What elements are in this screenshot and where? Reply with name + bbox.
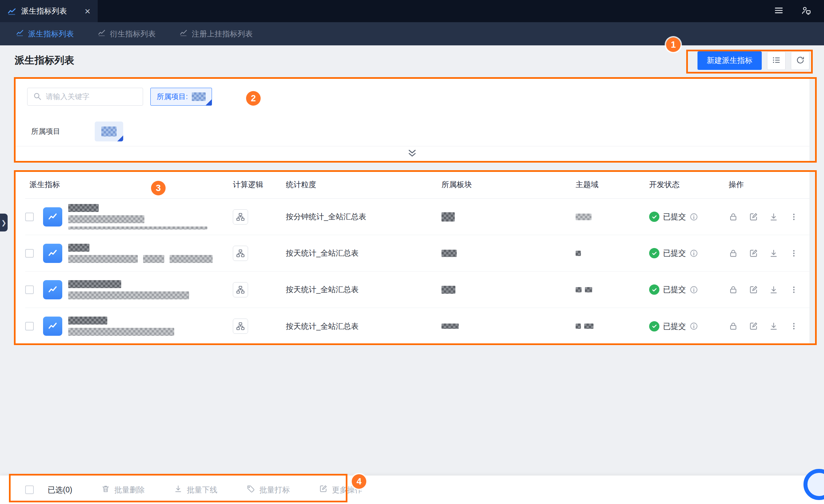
search-input[interactable] bbox=[46, 92, 141, 101]
edit-icon[interactable] bbox=[749, 249, 758, 258]
list-view-button[interactable] bbox=[767, 51, 786, 70]
bulk-action-label: 批量下线 bbox=[187, 485, 217, 495]
subject-area-redacted bbox=[576, 287, 582, 292]
metric-avatar-icon bbox=[43, 244, 62, 263]
refresh-icon bbox=[796, 56, 805, 66]
more-icon[interactable] bbox=[789, 321, 799, 331]
calc-logic-icon[interactable] bbox=[233, 319, 248, 334]
more-icon[interactable] bbox=[789, 249, 799, 258]
metric-avatar-icon bbox=[43, 317, 62, 336]
board-redacted bbox=[441, 250, 457, 257]
project-chip-label: 所属项目: bbox=[157, 92, 188, 102]
filter-collapse-toggle[interactable] bbox=[15, 146, 809, 162]
info-icon[interactable] bbox=[690, 213, 698, 221]
page-title: 派生指标列表 bbox=[15, 54, 74, 67]
chip-corner-mark bbox=[206, 99, 212, 105]
info-icon[interactable] bbox=[690, 322, 698, 330]
dev-status: 已提交 bbox=[649, 285, 729, 295]
close-icon[interactable]: × bbox=[85, 6, 90, 16]
profile-icon[interactable] bbox=[801, 5, 811, 17]
row-actions bbox=[729, 249, 809, 258]
status-check-icon bbox=[649, 212, 659, 222]
subject-area-redacted bbox=[576, 251, 581, 256]
board-redacted bbox=[441, 212, 455, 221]
status-text: 已提交 bbox=[663, 212, 686, 222]
row-checkbox[interactable] bbox=[25, 249, 34, 258]
lock-icon[interactable] bbox=[729, 285, 738, 294]
dev-status: 已提交 bbox=[649, 321, 729, 331]
edit-icon[interactable] bbox=[749, 285, 758, 294]
list-icon bbox=[772, 56, 781, 66]
col-granularity: 统计粒度 bbox=[286, 180, 441, 190]
bulk-action-label: 批量打标 bbox=[259, 485, 290, 495]
info-icon[interactable] bbox=[690, 249, 698, 258]
menu-icon[interactable] bbox=[774, 5, 784, 17]
table-row: 按分钟统计_全站汇总表 已提交 bbox=[25, 199, 809, 235]
project-logo-redacted bbox=[101, 126, 117, 136]
topbar-actions bbox=[774, 5, 824, 17]
download-icon[interactable] bbox=[769, 285, 778, 294]
more-icon[interactable] bbox=[789, 285, 799, 294]
tag-icon bbox=[246, 485, 255, 495]
search-icon bbox=[33, 92, 42, 102]
trash-icon bbox=[101, 485, 110, 495]
lock-icon[interactable] bbox=[729, 212, 738, 221]
project-field-label: 所属项目 bbox=[27, 126, 95, 136]
project-filter-chip[interactable]: 所属项目: bbox=[150, 88, 212, 106]
bulk-tag-button[interactable]: 批量打标 bbox=[246, 485, 290, 495]
project-thumbnail[interactable] bbox=[95, 121, 123, 141]
bulk-more-button[interactable]: 更多操作 bbox=[319, 485, 362, 495]
bulk-action-bar: 已选(0) 批量删除 批量下线 批量打标 更多操作 bbox=[0, 476, 824, 504]
status-text: 已提交 bbox=[663, 248, 686, 258]
metric-avatar-icon bbox=[43, 280, 62, 299]
panel-expand-toggle[interactable]: ❯ bbox=[0, 214, 8, 231]
metric-name-redacted bbox=[68, 280, 233, 299]
chart-icon bbox=[98, 29, 106, 39]
row-checkbox[interactable] bbox=[25, 286, 34, 294]
dev-status: 已提交 bbox=[649, 212, 729, 222]
tab-derived-metric-list[interactable]: 派生指标列表 bbox=[16, 29, 74, 39]
row-checkbox[interactable] bbox=[25, 213, 34, 221]
row-checkbox[interactable] bbox=[25, 322, 34, 330]
granularity-text: 按天统计_全站汇总表 bbox=[286, 321, 441, 331]
page-header: 派生指标列表 新建派生指标 bbox=[0, 45, 824, 76]
calc-logic-icon[interactable] bbox=[233, 282, 248, 297]
bulk-offline-button[interactable]: 批量下线 bbox=[174, 485, 217, 495]
refresh-button[interactable] bbox=[791, 51, 809, 70]
edit-icon bbox=[319, 485, 327, 495]
bulk-action-label: 更多操作 bbox=[332, 485, 362, 495]
download-icon[interactable] bbox=[769, 321, 778, 331]
more-icon[interactable] bbox=[789, 212, 799, 221]
calc-logic-icon[interactable] bbox=[233, 246, 248, 261]
edit-icon[interactable] bbox=[749, 321, 758, 331]
create-derived-metric-button[interactable]: 新建派生指标 bbox=[698, 51, 762, 70]
subject-area-redacted bbox=[576, 323, 581, 329]
edit-icon[interactable] bbox=[749, 212, 758, 221]
window-tab[interactable]: 派生指标列表 × bbox=[0, 0, 98, 22]
bulk-delete-button[interactable]: 批量删除 bbox=[101, 485, 145, 495]
calc-logic-icon[interactable] bbox=[233, 209, 248, 224]
col-dev-status: 开发状态 bbox=[649, 180, 729, 190]
bulk-action-label: 批量删除 bbox=[114, 485, 145, 495]
select-all-checkbox[interactable] bbox=[25, 486, 34, 494]
metric-name-redacted bbox=[68, 204, 233, 229]
info-icon[interactable] bbox=[690, 286, 698, 294]
board-redacted bbox=[441, 286, 455, 294]
lock-icon[interactable] bbox=[729, 321, 738, 331]
filter-row-1: 所属项目: bbox=[27, 88, 797, 106]
tab-derivative-metric-list[interactable]: 衍生指标列表 bbox=[98, 29, 156, 39]
table-row: 按天统计_全站汇总表 已提交 bbox=[25, 272, 809, 308]
download-icon[interactable] bbox=[769, 212, 778, 221]
chart-icon bbox=[180, 29, 188, 39]
window-tab-title: 派生指标列表 bbox=[21, 6, 67, 16]
tab-registered-metric-list[interactable]: 注册上挂指标列表 bbox=[180, 29, 253, 39]
selected-count: 已选(0) bbox=[48, 485, 72, 495]
top-window-bar: 派生指标列表 × bbox=[0, 0, 824, 22]
tab-label: 注册上挂指标列表 bbox=[192, 29, 253, 39]
col-subject-area: 主题域 bbox=[576, 180, 649, 190]
status-text: 已提交 bbox=[663, 285, 686, 295]
lock-icon[interactable] bbox=[729, 249, 738, 258]
subnav-tabs: 派生指标列表 衍生指标列表 注册上挂指标列表 bbox=[0, 22, 824, 45]
download-icon[interactable] bbox=[769, 249, 778, 258]
search-box bbox=[27, 88, 143, 106]
